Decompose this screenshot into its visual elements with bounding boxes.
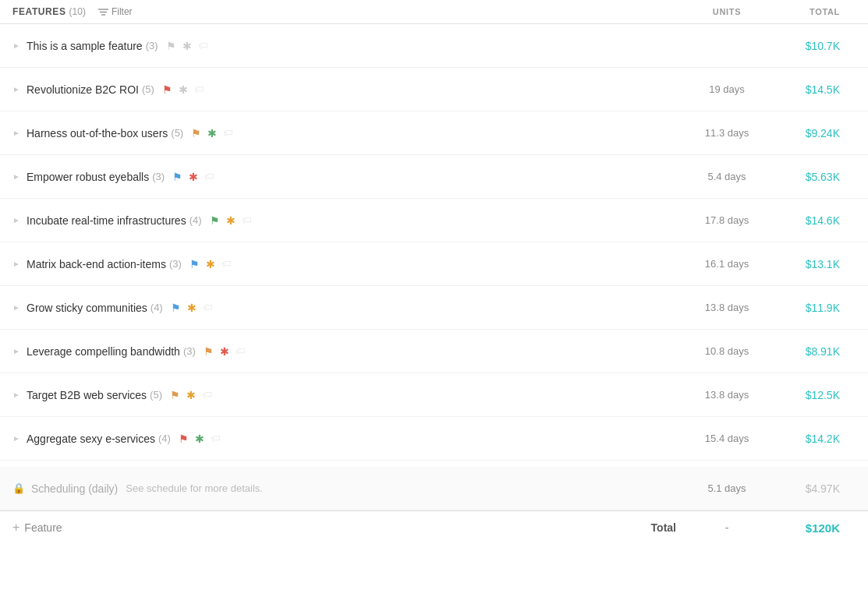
expand-arrow[interactable]: ► <box>12 85 20 94</box>
expand-arrow[interactable]: ► <box>12 390 20 399</box>
flag-icon[interactable]: ⚑ <box>170 389 180 401</box>
feature-row: ► Aggregate sexy e-services (4) ⚑ ✱ 🏷 15… <box>0 417 868 461</box>
feature-units: 15.4 days <box>676 433 778 444</box>
feature-icons: ⚑ ✱ 🏷 <box>172 171 214 183</box>
expand-arrow[interactable]: ► <box>12 216 20 224</box>
feature-total: $11.9K <box>778 302 856 314</box>
feature-units: 13.8 days <box>676 302 778 313</box>
feature-icons: ⚑ ✱ 🏷 <box>171 302 213 314</box>
footer-grand-total: $120K <box>778 521 856 535</box>
features-list: ► This is a sample feature (3) ⚑ ✱ 🏷 $10… <box>0 24 868 461</box>
plus-icon: + <box>12 521 19 535</box>
flag-icon[interactable]: ⚑ <box>179 433 189 445</box>
total-header: TOTAL <box>778 7 856 16</box>
footer-total-label: Total <box>651 521 676 534</box>
feature-row: ► Grow sticky communities (4) ⚑ ✱ 🏷 13.8… <box>0 286 868 330</box>
flag-icon[interactable]: ⚑ <box>166 40 176 52</box>
flag-icon[interactable]: ⚑ <box>204 345 214 358</box>
asterisk-icon[interactable]: ✱ <box>195 433 204 445</box>
feature-row: ► Leverage compelling bandwidth (3) ⚑ ✱ … <box>0 330 868 373</box>
lock-icon: 🔒 <box>12 482 25 494</box>
feature-row: ► This is a sample feature (3) ⚑ ✱ 🏷 $10… <box>0 24 868 68</box>
asterisk-icon[interactable]: ✱ <box>182 40 192 52</box>
expand-arrow[interactable]: ► <box>12 303 20 312</box>
asterisk-icon[interactable]: ✱ <box>206 258 215 270</box>
feature-row: ► Harness out-of-the-box users (5) ⚑ ✱ 🏷… <box>0 111 868 155</box>
feature-name: Leverage compelling bandwidth <box>27 345 180 358</box>
feature-sub-count: (5) <box>150 389 162 401</box>
tag-icon[interactable]: 🏷 <box>211 433 221 444</box>
asterisk-icon[interactable]: ✱ <box>187 302 197 314</box>
filter-label: Filter <box>112 6 133 17</box>
expand-arrow[interactable]: ► <box>12 129 20 137</box>
feature-total: $9.24K <box>778 127 856 140</box>
feature-name: Empower robust eyeballs <box>27 171 149 183</box>
feature-sub-count: (4) <box>190 214 202 226</box>
tag-icon[interactable]: 🏷 <box>236 345 246 357</box>
flag-icon[interactable]: ⚑ <box>191 127 201 140</box>
tag-icon[interactable]: 🏷 <box>203 302 213 313</box>
expand-arrow[interactable]: ► <box>12 347 20 355</box>
filter-button[interactable]: Filter <box>98 6 133 17</box>
feature-icons: ⚑ ✱ 🏷 <box>179 433 221 445</box>
asterisk-icon[interactable]: ✱ <box>179 83 188 96</box>
table-header: FEATURES (10) Filter UNITS TOTAL <box>0 0 868 24</box>
asterisk-icon[interactable]: ✱ <box>226 214 236 227</box>
feature-icons: ⚑ ✱ 🏷 <box>162 83 204 96</box>
expand-arrow[interactable]: ► <box>12 41 20 50</box>
feature-icons: ⚑ ✱ 🏷 <box>204 345 246 358</box>
feature-units: 10.8 days <box>676 345 778 357</box>
feature-name: Grow sticky communities <box>27 302 147 314</box>
feature-total: $12.5K <box>778 389 856 401</box>
tag-icon[interactable]: 🏷 <box>198 40 208 51</box>
feature-units: 19 days <box>676 83 778 95</box>
flag-icon[interactable]: ⚑ <box>210 214 220 227</box>
flag-icon[interactable]: ⚑ <box>190 258 200 270</box>
tag-icon[interactable]: 🏷 <box>242 214 252 226</box>
feature-name: Aggregate sexy e-services <box>27 433 155 445</box>
feature-units: 5.4 days <box>676 171 778 182</box>
flag-icon[interactable]: ⚑ <box>172 171 182 183</box>
units-header: UNITS <box>676 7 778 16</box>
tag-icon[interactable]: 🏷 <box>223 127 233 139</box>
feature-icons: ⚑ ✱ 🏷 <box>190 258 232 270</box>
feature-row: ► Empower robust eyeballs (3) ⚑ ✱ 🏷 5.4 … <box>0 155 868 199</box>
feature-name: Target B2B web services <box>27 389 147 401</box>
feature-name: Incubate real-time infrastructures <box>27 214 186 227</box>
feature-units: 16.1 days <box>676 258 778 270</box>
asterisk-icon[interactable]: ✱ <box>186 389 196 401</box>
footer-row: + Feature Total - $120K <box>0 510 868 544</box>
feature-row: ► Matrix back-end action-items (3) ⚑ ✱ 🏷… <box>0 242 868 286</box>
tag-icon[interactable]: 🏷 <box>204 171 214 182</box>
feature-units: 13.8 days <box>676 389 778 401</box>
feature-name: Revolutionize B2C ROI <box>27 83 139 96</box>
expand-arrow[interactable]: ► <box>12 434 20 443</box>
flag-icon[interactable]: ⚑ <box>171 302 181 314</box>
feature-sub-count: (3) <box>183 345 196 357</box>
asterisk-icon[interactable]: ✱ <box>220 345 229 358</box>
asterisk-icon[interactable]: ✱ <box>207 127 217 140</box>
tag-icon[interactable]: 🏷 <box>194 83 204 95</box>
footer-dash: - <box>676 521 778 534</box>
features-label: FEATURES <box>12 6 66 17</box>
expand-arrow[interactable]: ► <box>12 172 20 181</box>
tag-icon[interactable]: 🏷 <box>221 258 232 270</box>
feature-total: $5.63K <box>778 171 856 183</box>
feature-row: ► Revolutionize B2C ROI (5) ⚑ ✱ 🏷 19 day… <box>0 68 868 111</box>
flag-icon[interactable]: ⚑ <box>162 83 172 96</box>
add-feature-button[interactable]: + Feature <box>12 521 62 535</box>
expand-arrow[interactable]: ► <box>12 260 20 268</box>
feature-icons: ⚑ ✱ 🏷 <box>166 40 208 52</box>
feature-icons: ⚑ ✱ 🏷 <box>210 214 252 227</box>
feature-name: Harness out-of-the-box users <box>27 127 168 140</box>
features-table: FEATURES (10) Filter UNITS TOTAL ► This … <box>0 0 868 597</box>
feature-units: 17.8 days <box>676 214 778 226</box>
feature-total: $10.7K <box>778 40 856 52</box>
asterisk-icon[interactable]: ✱ <box>189 171 198 183</box>
feature-units: 11.3 days <box>676 127 778 139</box>
feature-total: $8.91K <box>778 345 856 358</box>
feature-icons: ⚑ ✱ 🏷 <box>170 389 212 401</box>
tag-icon[interactable]: 🏷 <box>202 389 212 401</box>
feature-sub-count: (3) <box>169 258 182 270</box>
feature-sub-count: (4) <box>158 433 171 444</box>
